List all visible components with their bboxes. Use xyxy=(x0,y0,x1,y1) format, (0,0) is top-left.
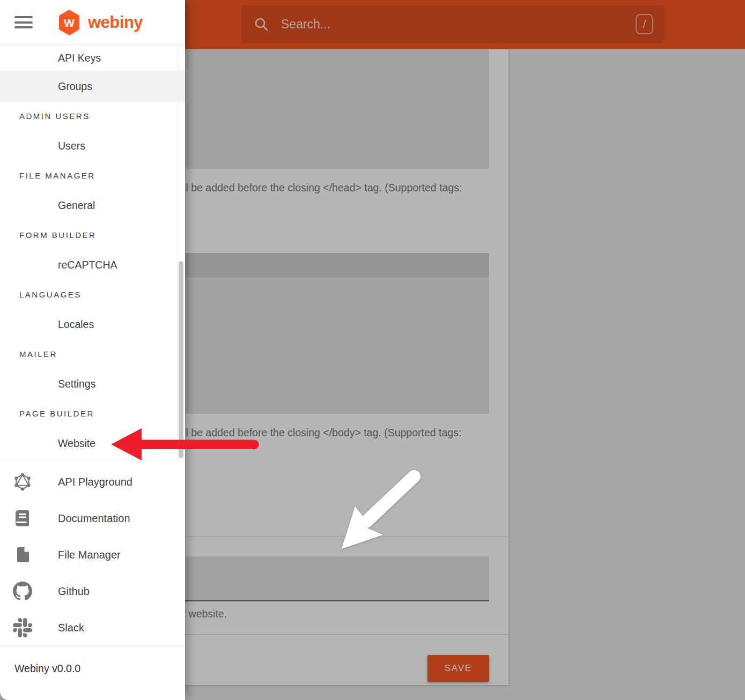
sidebar-link-file-manager[interactable]: File Manager xyxy=(0,537,185,573)
nav-label: reCAPTCHA xyxy=(58,259,117,271)
nav-label: Users xyxy=(58,140,85,152)
sidebar-item-settings[interactable]: Settings xyxy=(0,368,185,399)
webiny-logo[interactable]: W webiny xyxy=(57,10,143,35)
sidebar-section-mailer: MAILER xyxy=(0,340,185,368)
sidebar-section-form-builder: FORM BUILDER xyxy=(0,221,185,249)
sidebar-item-general[interactable]: General xyxy=(0,190,185,221)
link-label: Slack xyxy=(58,622,84,634)
link-label: File Manager xyxy=(58,549,121,561)
sidebar-item-locales[interactable]: Locales xyxy=(0,309,185,340)
nav-label: Locales xyxy=(58,318,94,331)
sidebar-link-github[interactable]: Github xyxy=(0,573,185,609)
file-icon xyxy=(13,545,32,564)
svg-text:W: W xyxy=(64,16,75,28)
drawer-footer: Webiny v0.0.0 xyxy=(0,646,185,700)
sidebar-nav: API KeysGroupsADMIN USERSUsersFILE MANAG… xyxy=(0,45,185,459)
nav-label: MAILER xyxy=(19,349,57,359)
sidebar-scrollbar xyxy=(178,45,185,459)
sidebar-section-page-builder: PAGE BUILDER xyxy=(0,399,185,428)
nav-label: LANGUAGES xyxy=(19,290,82,299)
book-icon xyxy=(13,509,32,528)
nav-label: PAGE BUILDER xyxy=(19,409,94,418)
nav-label: API Keys xyxy=(58,52,101,64)
sidebar-item-api-keys[interactable]: API Keys xyxy=(0,45,185,71)
nav-label: FILE MANAGER xyxy=(19,171,95,180)
navigation-drawer: W webiny API KeysGroupsADMIN USERSUsersF… xyxy=(0,0,185,700)
sidebar-link-documentation[interactable]: Documentation xyxy=(0,500,185,537)
graphql-icon xyxy=(13,472,32,492)
sidebar-item-website[interactable]: Website xyxy=(0,428,185,459)
sidebar-section-file-manager: FILE MANAGER xyxy=(0,161,185,190)
sidebar-link-slack[interactable]: Slack xyxy=(0,609,185,646)
nav-label: Groups xyxy=(58,80,92,93)
slack-icon xyxy=(13,618,32,637)
sidebar-nav-scroll: API KeysGroupsADMIN USERSUsersFILE MANAG… xyxy=(0,45,185,459)
sidebar-link-api-playground[interactable]: API Playground xyxy=(0,464,185,500)
nav-label: ADMIN USERS xyxy=(19,111,90,121)
sidebar-item-users[interactable]: Users xyxy=(0,130,185,161)
nav-label: Website xyxy=(58,437,95,450)
sidebar-links: API PlaygroundDocumentationFile ManagerG… xyxy=(0,459,185,646)
link-label: API Playground xyxy=(58,476,132,488)
sidebar-scrollbar-thumb[interactable] xyxy=(179,261,183,458)
logo-hexagon-icon: W xyxy=(57,10,81,35)
menu-icon[interactable] xyxy=(14,13,33,32)
sidebar-section-admin-users: ADMIN USERS xyxy=(0,102,185,130)
brand-wordmark: webiny xyxy=(88,13,143,32)
sidebar-item-groups[interactable]: Groups xyxy=(0,71,185,102)
nav-label: FORM BUILDER xyxy=(19,230,96,240)
sidebar-section-languages: LANGUAGES xyxy=(0,280,185,309)
link-label: Documentation xyxy=(58,512,130,525)
github-icon xyxy=(13,582,32,601)
link-label: Github xyxy=(58,585,90,598)
app-version: Webiny v0.0.0 xyxy=(14,662,185,675)
sidebar-item-recaptcha[interactable]: reCAPTCHA xyxy=(0,249,185,280)
nav-label: General xyxy=(58,199,95,212)
drawer-header: W webiny xyxy=(0,0,185,45)
nav-label: Settings xyxy=(58,378,95,390)
